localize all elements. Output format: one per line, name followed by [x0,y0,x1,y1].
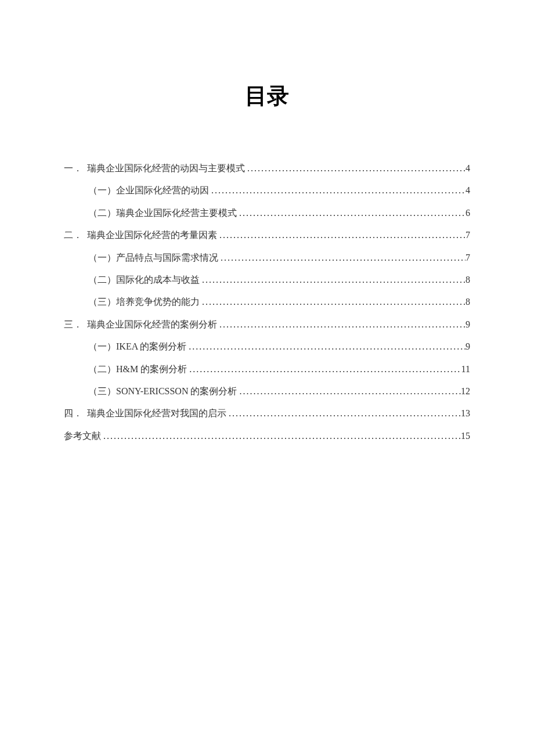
toc-label: （二）国际化的成本与收益 [88,269,200,291]
toc-entry: （二）H&M 的案例分析 11 [64,358,470,380]
toc-leader-dots [186,336,466,358]
toc-prefix: 三． [64,314,87,336]
toc-entry: （一）IKEA 的案例分析 9 [64,336,470,358]
toc-leader-dots [237,380,461,402]
table-of-contents: 一．瑞典企业国际化经营的动因与主要模式4（一）企业国际化经营的动因4（二）瑞典企… [64,157,470,447]
toc-entry: 四．瑞典企业国际化经营对我国的启示13 [64,402,470,424]
toc-page-number: 12 [461,380,470,402]
toc-leader-dots [200,269,466,291]
toc-entry: （三）培养竞争优势的能力8 [64,291,470,313]
toc-page-number: 9 [466,314,470,336]
toc-leader-dots [209,179,466,201]
toc-label: 瑞典企业国际化经营对我国的启示 [87,402,226,424]
toc-page-number: 8 [466,291,470,313]
toc-label: 参考文献 [64,425,101,447]
toc-entry: 三．瑞典企业国际化经营的案例分析9 [64,314,470,336]
toc-page-number: 4 [466,157,470,179]
toc-label: （二）H&M 的案例分析 [88,358,187,380]
toc-entry: 二．瑞典企业国际化经营的考量因素7 [64,224,470,246]
toc-leader-dots [245,157,466,179]
toc-page-number: 9 [466,336,470,358]
toc-leader-dots [217,224,466,246]
toc-label: 瑞典企业国际化经营的动因与主要模式 [87,157,245,179]
toc-prefix: 四． [64,402,87,424]
toc-prefix: 二． [64,224,87,246]
toc-page-number: 8 [466,269,470,291]
toc-leader-dots [187,358,461,380]
toc-leader-dots [218,247,466,269]
toc-entry: 一．瑞典企业国际化经营的动因与主要模式4 [64,157,470,179]
toc-label: （三）SONY-ERICSSON 的案例分析 [88,380,237,402]
toc-leader-dots [101,425,461,447]
toc-label: 瑞典企业国际化经营的案例分析 [87,314,217,336]
toc-leader-dots [200,291,466,313]
toc-page-number: 4 [466,179,470,201]
toc-label: （二）瑞典企业国际化经营主要模式 [88,202,237,224]
toc-entry: （一）产品特点与国际需求情况7 [64,247,470,269]
toc-page-number: 7 [466,247,470,269]
toc-entry: （三）SONY-ERICSSON 的案例分析 12 [64,380,470,402]
toc-page-number: 15 [461,425,470,447]
toc-entry: （二）瑞典企业国际化经营主要模式6 [64,202,470,224]
toc-label: （一）IKEA 的案例分析 [88,336,186,358]
page-title: 目录 [64,81,470,111]
toc-label: 瑞典企业国际化经营的考量因素 [87,224,217,246]
toc-leader-dots [217,314,466,336]
toc-entry: （一）企业国际化经营的动因4 [64,179,470,201]
document-page: 目录 一．瑞典企业国际化经营的动因与主要模式4（一）企业国际化经营的动因4（二）… [0,0,534,447]
toc-leader-dots [237,202,466,224]
toc-label: （一）企业国际化经营的动因 [88,179,209,201]
toc-label: （一）产品特点与国际需求情况 [88,247,218,269]
toc-entry: 参考文献15 [64,425,470,447]
toc-page-number: 6 [466,202,470,224]
toc-leader-dots [226,402,461,424]
toc-page-number: 13 [461,402,470,424]
toc-page-number: 11 [461,358,470,380]
toc-prefix: 一． [64,157,87,179]
toc-label: （三）培养竞争优势的能力 [88,291,200,313]
toc-entry: （二）国际化的成本与收益8 [64,269,470,291]
toc-page-number: 7 [466,224,470,246]
